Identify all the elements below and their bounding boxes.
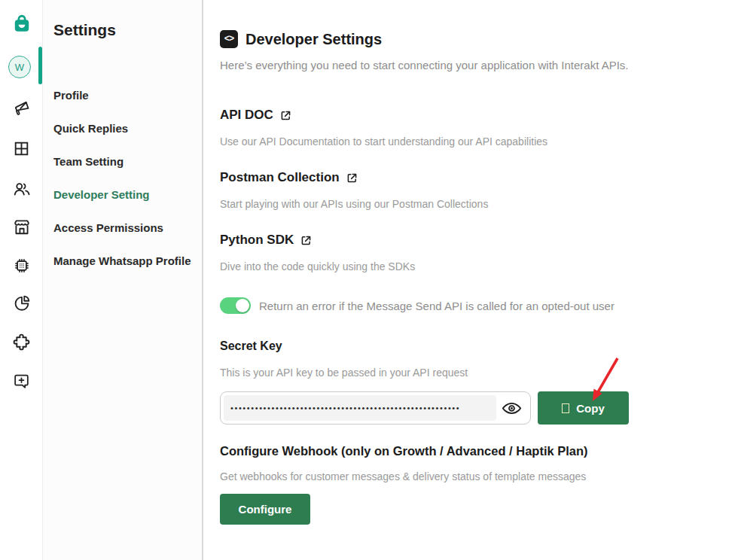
developer-settings-panel: <> Developer Settings Here’s everything … (203, 0, 738, 560)
settings-nav-list: Profile Quick Replies Team Setting Devel… (43, 78, 202, 277)
secret-key-input[interactable]: ••••••••••••••••••••••••••••••••••••••••… (224, 395, 496, 421)
nav-item-access-permissions[interactable]: Access Permissions (43, 211, 202, 244)
storefront-icon[interactable] (11, 217, 32, 237)
api-doc-title: API DOC (220, 108, 273, 123)
pie-chart-icon[interactable] (11, 293, 32, 313)
optout-toggle-label: Return an error if the Message Send API … (259, 300, 614, 312)
people-icon[interactable] (11, 178, 32, 199)
settings-nav-title: Settings (43, 0, 202, 39)
api-doc-desc: Use our API Documentation to start under… (220, 135, 738, 148)
external-link-icon (279, 109, 292, 122)
external-link-icon (346, 172, 358, 184)
page-header: <> Developer Settings (220, 30, 738, 48)
nav-item-quick-replies[interactable]: Quick Replies (43, 111, 202, 145)
python-sdk-link[interactable]: Python SDK (220, 233, 738, 248)
icon-rail: W (0, 0, 43, 560)
copy-key-button[interactable]: Copy (538, 391, 629, 425)
python-sdk-desc: Dive into the code quickly using the SDK… (220, 260, 738, 272)
eye-icon (502, 400, 522, 416)
api-doc-section: API DOC Use our API Documentation to sta… (220, 108, 738, 148)
page-subtitle: Here’s everything you need to start conn… (220, 59, 738, 72)
webhook-title: Configure Webhook (only on Growth / Adva… (220, 444, 738, 458)
chip-icon[interactable] (11, 255, 32, 275)
toggle-knob (236, 299, 249, 312)
puzzle-icon[interactable] (11, 332, 32, 352)
postman-link[interactable]: Postman Collection (220, 170, 738, 185)
optout-toggle[interactable] (220, 297, 251, 314)
nav-item-profile[interactable]: Profile (43, 78, 202, 111)
secret-key-field: ••••••••••••••••••••••••••••••••••••••••… (220, 391, 531, 425)
nav-item-manage-whatsapp-profile[interactable]: Manage Whatsapp Profile (43, 244, 202, 277)
copy-icon (562, 403, 569, 413)
nav-item-team-setting[interactable]: Team Setting (43, 145, 202, 178)
nav-item-developer-setting[interactable]: Developer Setting (43, 178, 202, 211)
external-link-icon (300, 234, 313, 247)
active-workspace-indicator (38, 47, 42, 84)
api-doc-link[interactable]: API DOC (220, 108, 738, 123)
python-sdk-title: Python SDK (220, 233, 294, 248)
optout-toggle-row: Return an error if the Message Send API … (220, 297, 738, 314)
postman-desc: Start playing with our APIs using our Po… (220, 198, 738, 210)
webhook-desc: Get webhooks for customer messages & del… (220, 470, 738, 482)
reveal-key-button[interactable] (496, 400, 526, 416)
configure-webhook-button[interactable]: Configure (220, 494, 310, 525)
grid-icon[interactable] (11, 138, 32, 159)
code-icon: <> (220, 30, 238, 48)
chat-plus-icon[interactable] (11, 371, 32, 391)
interakt-logo-icon[interactable] (11, 14, 32, 34)
settings-nav: Settings Profile Quick Replies Team Sett… (43, 0, 203, 560)
secret-key-row: ••••••••••••••••••••••••••••••••••••••••… (220, 391, 738, 425)
python-sdk-section: Python SDK Dive into the code quickly us… (220, 233, 738, 272)
secret-key-desc: This is your API key to be passed in you… (220, 367, 738, 379)
copy-button-label: Copy (576, 402, 605, 415)
page-title: Developer Settings (245, 31, 382, 48)
workspace-avatar-letter: W (15, 62, 24, 73)
postman-section: Postman Collection Start playing with ou… (220, 170, 738, 210)
postman-title: Postman Collection (220, 170, 340, 185)
megaphone-icon[interactable] (11, 99, 32, 119)
workspace-avatar[interactable]: W (8, 56, 31, 78)
secret-key-title: Secret Key (220, 339, 738, 353)
